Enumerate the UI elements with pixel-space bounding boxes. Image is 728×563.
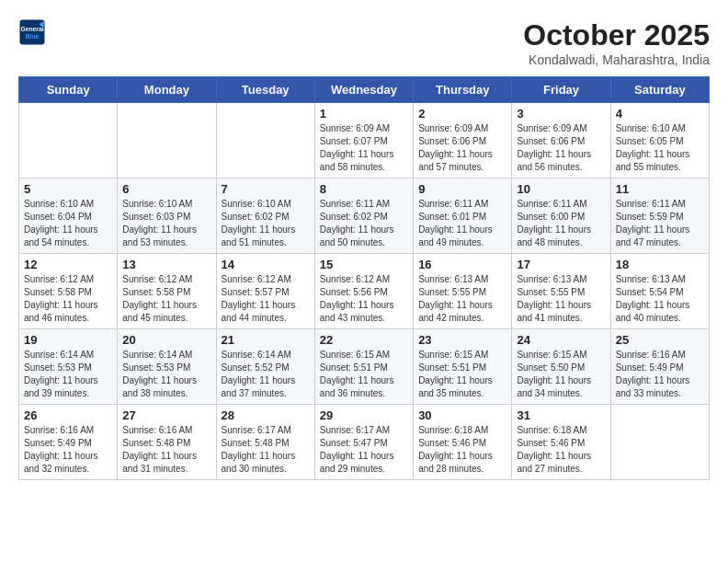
day-info: Sunrise: 6:13 AM Sunset: 5:54 PM Dayligh… xyxy=(616,273,704,325)
day-info: Sunrise: 6:10 AM Sunset: 6:02 PM Dayligh… xyxy=(222,198,310,249)
svg-text:Blue: Blue xyxy=(26,33,40,40)
day-number: 20 xyxy=(122,333,210,347)
calendar-cell: 26Sunrise: 6:16 AM Sunset: 5:49 PM Dayli… xyxy=(19,405,118,480)
calendar-cell: 30Sunrise: 6:18 AM Sunset: 5:46 PM Dayli… xyxy=(414,405,512,480)
day-number: 21 xyxy=(222,333,310,347)
day-number: 3 xyxy=(517,107,605,121)
day-info: Sunrise: 6:10 AM Sunset: 6:03 PM Dayligh… xyxy=(122,198,210,249)
day-info: Sunrise: 6:11 AM Sunset: 5:59 PM Dayligh… xyxy=(616,198,704,249)
calendar-cell: 11Sunrise: 6:11 AM Sunset: 5:59 PM Dayli… xyxy=(610,178,709,254)
day-number: 23 xyxy=(418,333,506,347)
calendar-cell xyxy=(19,103,118,178)
day-number: 13 xyxy=(122,258,210,271)
day-number: 18 xyxy=(616,258,704,271)
calendar-cell: 22Sunrise: 6:15 AM Sunset: 5:51 PM Dayli… xyxy=(314,329,413,405)
calendar-week-row: 26Sunrise: 6:16 AM Sunset: 5:49 PM Dayli… xyxy=(19,405,710,480)
calendar-cell xyxy=(216,103,314,178)
day-info: Sunrise: 6:15 AM Sunset: 5:50 PM Dayligh… xyxy=(517,349,605,400)
day-number: 28 xyxy=(222,408,310,422)
day-info: Sunrise: 6:16 AM Sunset: 5:48 PM Dayligh… xyxy=(122,424,210,476)
day-info: Sunrise: 6:18 AM Sunset: 5:46 PM Dayligh… xyxy=(517,424,605,476)
day-info: Sunrise: 6:12 AM Sunset: 5:56 PM Dayligh… xyxy=(320,273,408,325)
day-number: 4 xyxy=(616,107,704,121)
day-info: Sunrise: 6:14 AM Sunset: 5:52 PM Dayligh… xyxy=(222,349,310,400)
logo: General Blue xyxy=(18,18,46,46)
day-number: 25 xyxy=(616,333,704,347)
calendar-week-row: 1Sunrise: 6:09 AM Sunset: 6:07 PM Daylig… xyxy=(19,103,710,178)
day-of-week-header: Saturday xyxy=(610,77,709,103)
calendar-cell: 8Sunrise: 6:11 AM Sunset: 6:02 PM Daylig… xyxy=(314,178,413,254)
day-info: Sunrise: 6:16 AM Sunset: 5:49 PM Dayligh… xyxy=(616,349,704,400)
day-info: Sunrise: 6:15 AM Sunset: 5:51 PM Dayligh… xyxy=(418,349,506,400)
calendar-cell: 7Sunrise: 6:10 AM Sunset: 6:02 PM Daylig… xyxy=(216,178,314,254)
calendar-cell: 3Sunrise: 6:09 AM Sunset: 6:06 PM Daylig… xyxy=(512,103,610,178)
day-info: Sunrise: 6:14 AM Sunset: 5:53 PM Dayligh… xyxy=(122,349,210,400)
day-info: Sunrise: 6:18 AM Sunset: 5:46 PM Dayligh… xyxy=(418,424,506,476)
day-number: 10 xyxy=(517,182,605,196)
calendar-cell: 17Sunrise: 6:13 AM Sunset: 5:55 PM Dayli… xyxy=(512,254,610,329)
day-number: 16 xyxy=(418,258,506,271)
calendar-week-row: 12Sunrise: 6:12 AM Sunset: 5:58 PM Dayli… xyxy=(19,254,710,329)
day-of-week-header: Wednesday xyxy=(314,77,413,103)
calendar-cell: 29Sunrise: 6:17 AM Sunset: 5:47 PM Dayli… xyxy=(314,405,413,480)
day-info: Sunrise: 6:10 AM Sunset: 6:04 PM Dayligh… xyxy=(24,198,112,249)
calendar-table: SundayMondayTuesdayWednesdayThursdayFrid… xyxy=(18,76,710,480)
calendar-week-row: 5Sunrise: 6:10 AM Sunset: 6:04 PM Daylig… xyxy=(19,178,710,254)
day-info: Sunrise: 6:17 AM Sunset: 5:47 PM Dayligh… xyxy=(320,424,408,476)
svg-text:General: General xyxy=(20,26,43,32)
day-number: 6 xyxy=(122,182,210,196)
day-info: Sunrise: 6:10 AM Sunset: 6:05 PM Dayligh… xyxy=(616,122,704,174)
day-info: Sunrise: 6:11 AM Sunset: 6:01 PM Dayligh… xyxy=(418,198,506,249)
calendar-cell: 31Sunrise: 6:18 AM Sunset: 5:46 PM Dayli… xyxy=(512,405,610,480)
logo-icon: General Blue xyxy=(18,18,46,46)
day-of-week-header: Monday xyxy=(118,77,216,103)
calendar-week-row: 19Sunrise: 6:14 AM Sunset: 5:53 PM Dayli… xyxy=(19,329,710,405)
day-info: Sunrise: 6:11 AM Sunset: 6:00 PM Dayligh… xyxy=(517,198,605,249)
title-block: October 2025 Kondalwadi, Maharashtra, In… xyxy=(523,18,710,67)
calendar-cell: 21Sunrise: 6:14 AM Sunset: 5:52 PM Dayli… xyxy=(216,329,314,405)
day-number: 22 xyxy=(320,333,408,347)
day-number: 27 xyxy=(122,408,210,422)
calendar-cell: 4Sunrise: 6:10 AM Sunset: 6:05 PM Daylig… xyxy=(610,103,709,178)
day-info: Sunrise: 6:09 AM Sunset: 6:06 PM Dayligh… xyxy=(418,122,506,174)
calendar-cell: 16Sunrise: 6:13 AM Sunset: 5:55 PM Dayli… xyxy=(414,254,512,329)
day-number: 15 xyxy=(320,258,408,271)
page-header: General Blue October 2025 Kondalwadi, Ma… xyxy=(18,18,710,67)
day-number: 8 xyxy=(320,182,408,196)
day-number: 2 xyxy=(418,107,506,121)
calendar-cell: 10Sunrise: 6:11 AM Sunset: 6:00 PM Dayli… xyxy=(512,178,610,254)
calendar-subtitle: Kondalwadi, Maharashtra, India xyxy=(523,52,710,67)
day-number: 5 xyxy=(24,182,112,196)
calendar-cell: 15Sunrise: 6:12 AM Sunset: 5:56 PM Dayli… xyxy=(314,254,413,329)
day-number: 1 xyxy=(320,107,408,121)
calendar-cell: 6Sunrise: 6:10 AM Sunset: 6:03 PM Daylig… xyxy=(118,178,216,254)
calendar-cell xyxy=(610,405,709,480)
calendar-cell: 5Sunrise: 6:10 AM Sunset: 6:04 PM Daylig… xyxy=(19,178,118,254)
calendar-cell: 24Sunrise: 6:15 AM Sunset: 5:50 PM Dayli… xyxy=(512,329,610,405)
calendar-cell: 23Sunrise: 6:15 AM Sunset: 5:51 PM Dayli… xyxy=(414,329,512,405)
day-info: Sunrise: 6:13 AM Sunset: 5:55 PM Dayligh… xyxy=(418,273,506,325)
calendar-cell: 1Sunrise: 6:09 AM Sunset: 6:07 PM Daylig… xyxy=(314,103,413,178)
day-info: Sunrise: 6:15 AM Sunset: 5:51 PM Dayligh… xyxy=(320,349,408,400)
calendar-cell: 14Sunrise: 6:12 AM Sunset: 5:57 PM Dayli… xyxy=(216,254,314,329)
day-of-week-header: Tuesday xyxy=(216,77,314,103)
calendar-cell: 20Sunrise: 6:14 AM Sunset: 5:53 PM Dayli… xyxy=(118,329,216,405)
calendar-cell: 28Sunrise: 6:17 AM Sunset: 5:48 PM Dayli… xyxy=(216,405,314,480)
calendar-cell: 27Sunrise: 6:16 AM Sunset: 5:48 PM Dayli… xyxy=(118,405,216,480)
day-info: Sunrise: 6:17 AM Sunset: 5:48 PM Dayligh… xyxy=(222,424,310,476)
day-info: Sunrise: 6:14 AM Sunset: 5:53 PM Dayligh… xyxy=(24,349,112,400)
day-number: 12 xyxy=(24,258,112,271)
day-number: 9 xyxy=(418,182,506,196)
day-number: 11 xyxy=(616,182,704,196)
day-of-week-header: Thursday xyxy=(414,77,512,103)
day-number: 17 xyxy=(517,258,605,271)
calendar-cell: 25Sunrise: 6:16 AM Sunset: 5:49 PM Dayli… xyxy=(610,329,709,405)
day-info: Sunrise: 6:09 AM Sunset: 6:06 PM Dayligh… xyxy=(517,122,605,174)
calendar-header-row: SundayMondayTuesdayWednesdayThursdayFrid… xyxy=(19,77,710,103)
day-of-week-header: Sunday xyxy=(19,77,118,103)
day-info: Sunrise: 6:16 AM Sunset: 5:49 PM Dayligh… xyxy=(24,424,112,476)
day-info: Sunrise: 6:12 AM Sunset: 5:57 PM Dayligh… xyxy=(222,273,310,325)
calendar-cell: 19Sunrise: 6:14 AM Sunset: 5:53 PM Dayli… xyxy=(19,329,118,405)
calendar-title: October 2025 xyxy=(523,18,710,52)
calendar-cell: 12Sunrise: 6:12 AM Sunset: 5:58 PM Dayli… xyxy=(19,254,118,329)
